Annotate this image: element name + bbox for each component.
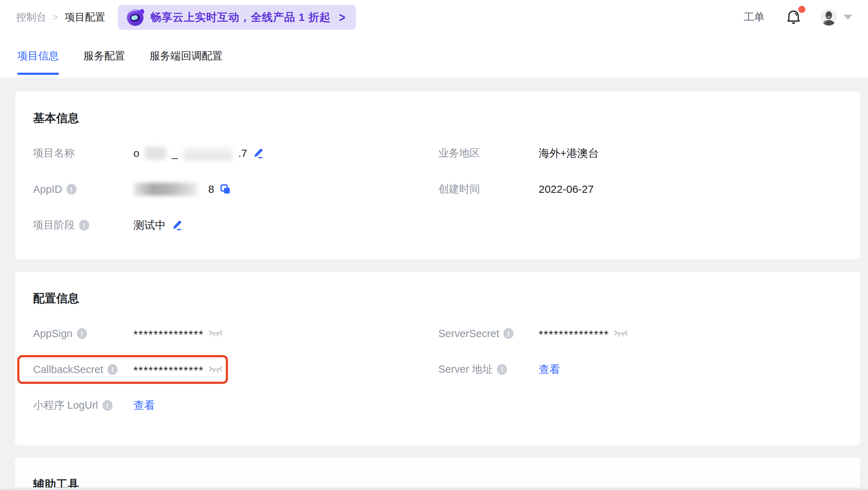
card-title-config-info: 配置信息 bbox=[33, 291, 842, 305]
bell-icon bbox=[787, 9, 800, 25]
redaction-smudge bbox=[184, 147, 232, 160]
server-secret-info-icon[interactable] bbox=[503, 328, 513, 339]
callback-secret-info-icon[interactable] bbox=[108, 364, 118, 375]
tabbar: 项目信息 服务配置 服务端回调配置 bbox=[0, 35, 868, 78]
server-secret-row: ServerSecret ************** bbox=[438, 316, 842, 351]
tab-service-config[interactable]: 服务配置 bbox=[83, 35, 125, 78]
created-time-label: 创建时间 bbox=[438, 182, 480, 196]
callback-secret-masked-value: ************** bbox=[133, 364, 204, 377]
content: 基本信息 项目名称 o_.7 bbox=[0, 78, 868, 490]
promo-banner[interactable]: 畅享云上实时互动，全线产品 1 折起 > bbox=[118, 5, 356, 30]
basic-info-right-column: 业务地区 海外+港澳台 创建时间 2022-06-27 bbox=[438, 135, 842, 243]
topbar: 控制台 > 项目配置 畅享云上实时互动，全线产品 1 折起 > 工单 bbox=[0, 0, 868, 35]
config-info-card: 配置信息 AppSign ************** bbox=[15, 272, 860, 445]
tab-label: 服务配置 bbox=[83, 49, 125, 63]
appsign-row: AppSign ************** bbox=[33, 316, 438, 351]
region-label: 业务地区 bbox=[438, 146, 480, 160]
notification-badge bbox=[798, 6, 805, 13]
appsign-info-icon[interactable] bbox=[77, 328, 87, 339]
basic-info-left-column: 项目名称 o_.7 AppID bbox=[33, 135, 438, 243]
bottom-edge bbox=[0, 487, 868, 490]
callback-secret-label: CallbackSecret bbox=[33, 364, 103, 376]
project-name-value: o_.7 bbox=[133, 147, 264, 160]
project-stage-info-icon[interactable] bbox=[79, 220, 89, 231]
miniprogram-logurl-info-icon[interactable] bbox=[102, 400, 113, 411]
chevron-down-icon[interactable] bbox=[844, 15, 852, 20]
appsign-label: AppSign bbox=[33, 328, 73, 340]
appid-value: 8 bbox=[133, 183, 232, 196]
tools-card: 辅助工具 bbox=[15, 458, 860, 490]
tab-label: 服务端回调配置 bbox=[150, 49, 223, 63]
miniprogram-logurl-label: 小程序 LogUrl bbox=[33, 398, 98, 413]
banner-arrow-icon[interactable]: > bbox=[339, 10, 346, 25]
redaction-smudge bbox=[133, 183, 197, 196]
project-stage-label: 项目阶段 bbox=[33, 218, 75, 232]
card-title-basic-info: 基本信息 bbox=[33, 111, 842, 125]
region-value: 海外+港澳台 bbox=[539, 146, 599, 161]
notification-bell[interactable] bbox=[787, 9, 800, 25]
appid-row: AppID 8 bbox=[33, 171, 438, 207]
project-stage-value: 测试中 bbox=[133, 218, 166, 233]
view-miniprogram-logurl-link[interactable]: 查看 bbox=[133, 398, 155, 413]
created-time-value: 2022-06-27 bbox=[539, 183, 594, 195]
server-secret-masked-value: ************** bbox=[539, 328, 609, 341]
tab-project-info[interactable]: 项目信息 bbox=[17, 35, 59, 78]
project-name-fragment: o bbox=[133, 147, 140, 159]
edit-project-name-icon[interactable] bbox=[252, 148, 264, 159]
redaction-smudge bbox=[145, 147, 166, 160]
reveal-callback-secret-eye-icon[interactable] bbox=[209, 365, 223, 374]
breadcrumb-project-config: 项目配置 bbox=[65, 10, 105, 24]
reveal-server-secret-eye-icon[interactable] bbox=[614, 329, 628, 338]
copy-appid-icon[interactable] bbox=[219, 183, 232, 195]
ticket-link[interactable]: 工单 bbox=[744, 10, 764, 24]
edit-project-stage-icon[interactable] bbox=[171, 219, 182, 231]
callback-secret-row: CallbackSecret ************** bbox=[33, 351, 438, 387]
reveal-appsign-eye-icon[interactable] bbox=[209, 329, 223, 338]
appid-fragment: 8 bbox=[208, 183, 214, 195]
appsign-masked-value: ************** bbox=[133, 328, 204, 341]
view-server-address-link[interactable]: 查看 bbox=[539, 362, 560, 377]
project-name-fragment: .7 bbox=[238, 147, 247, 159]
appid-info-icon[interactable] bbox=[67, 184, 77, 195]
user-icon bbox=[821, 9, 837, 26]
miniprogram-logurl-row: 小程序 LogUrl 查看 bbox=[33, 387, 438, 423]
mascot-icon bbox=[126, 8, 145, 27]
server-secret-label: ServerSecret bbox=[438, 328, 499, 340]
project-name-row: 项目名称 o_.7 bbox=[33, 135, 438, 171]
banner-text: 畅享云上实时互动，全线产品 1 折起 bbox=[150, 10, 330, 25]
tab-server-callback-config[interactable]: 服务端回调配置 bbox=[150, 35, 223, 78]
project-name-fragment: _ bbox=[172, 147, 178, 159]
server-address-label: Server 地址 bbox=[438, 362, 493, 377]
appid-label: AppID bbox=[33, 183, 62, 195]
server-address-row: Server 地址 查看 bbox=[438, 351, 842, 387]
basic-info-card: 基本信息 项目名称 o_.7 bbox=[15, 91, 860, 259]
region-row: 业务地区 海外+港澳台 bbox=[438, 135, 842, 171]
breadcrumb-separator-icon: > bbox=[53, 12, 58, 23]
server-address-info-icon[interactable] bbox=[497, 364, 507, 375]
project-stage-row: 项目阶段 测试中 bbox=[33, 207, 438, 243]
breadcrumb-console[interactable]: 控制台 bbox=[16, 10, 46, 24]
avatar[interactable] bbox=[821, 9, 837, 26]
created-time-row: 创建时间 2022-06-27 bbox=[438, 171, 842, 207]
topbar-actions: 工单 bbox=[744, 9, 852, 26]
project-name-label: 项目名称 bbox=[33, 146, 75, 160]
tab-label: 项目信息 bbox=[17, 49, 59, 63]
config-right-column: ServerSecret ************** bbox=[438, 316, 842, 423]
breadcrumb: 控制台 > 项目配置 bbox=[16, 10, 105, 24]
config-left-column: AppSign ************** bbox=[33, 316, 438, 423]
